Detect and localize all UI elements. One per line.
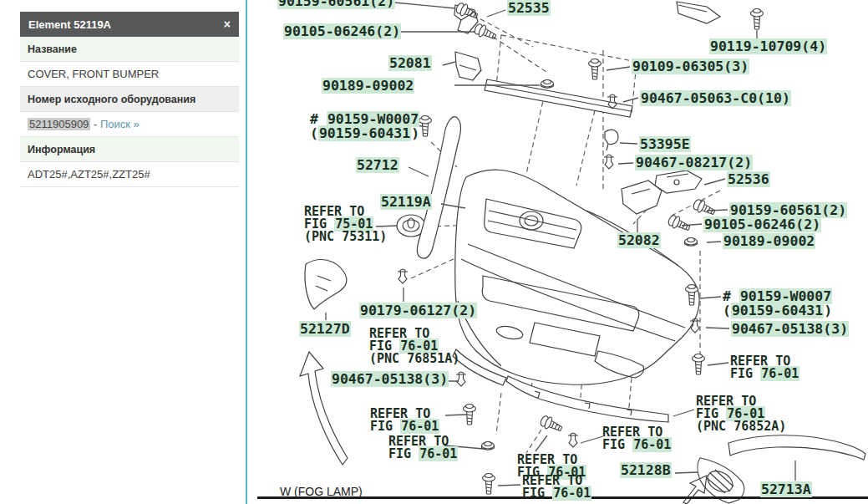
part-90159-60561-top[interactable]: 90159-60561(2) bbox=[277, 0, 395, 8]
part-90105-06246-right[interactable]: 90105-06246(2) bbox=[703, 217, 821, 232]
part-90159-W0007-left[interactable]: # 90159-W0007(90159-60431) bbox=[310, 112, 419, 140]
part-90467-05063-C0[interactable]: 90467-05063-C0(10) bbox=[640, 91, 791, 105]
section-oem-label: Номер исходного оборудования bbox=[20, 87, 239, 112]
part-90467-08217[interactable]: 90467-08217(2) bbox=[635, 155, 753, 170]
part-52119A[interactable]: 52119A bbox=[380, 195, 432, 209]
nut-icon bbox=[541, 80, 554, 89]
bracket-52536-drawing bbox=[655, 171, 702, 193]
oem-number: 5211905909 bbox=[28, 118, 90, 130]
info-value: ADT25#,AZT25#,ZZT25# bbox=[20, 162, 239, 187]
bracket-52082-drawing bbox=[622, 181, 662, 214]
part-90119-10709[interactable]: 90119-10709(4) bbox=[709, 39, 827, 53]
part-90189-09002-right[interactable]: 90189-09002 bbox=[723, 234, 815, 248]
refer-fig-76-01-c[interactable]: REFER TOFIG 76-01 bbox=[602, 426, 672, 451]
part-52127D[interactable]: 52127D bbox=[299, 322, 351, 336]
section-name-label: Название bbox=[20, 37, 239, 62]
bolt-icon bbox=[589, 59, 602, 80]
oem-row: 5211905909 - Поиск » bbox=[20, 112, 239, 137]
bolt-icon bbox=[483, 474, 495, 495]
part-52128B[interactable]: 52128B bbox=[620, 463, 672, 477]
nut-icon bbox=[482, 442, 495, 451]
bolt-icon bbox=[751, 9, 764, 30]
part-90159-W0007-right[interactable]: # 90159-W0007(90159-60431) bbox=[723, 289, 832, 318]
note-fog-lamp: W (FOG LAMP) bbox=[280, 485, 363, 498]
refer-fig-76-01-pnc-76851A[interactable]: REFER TOFIG 76-01(PNC 76851A) bbox=[369, 328, 459, 365]
part-52712[interactable]: 52712 bbox=[356, 158, 399, 172]
bumper-cover-drawing bbox=[455, 170, 699, 384]
panel-title: Element 52119A bbox=[28, 18, 111, 31]
clip-icon bbox=[456, 372, 466, 386]
bolt-icon bbox=[693, 354, 705, 375]
part-90467-05138-right[interactable]: 90467-05138(3) bbox=[731, 322, 849, 336]
piece-52127D-drawing bbox=[305, 260, 347, 309]
search-link[interactable]: Поиск » bbox=[100, 118, 140, 130]
section-info-label: Информация bbox=[20, 137, 239, 162]
close-icon[interactable]: × bbox=[224, 18, 231, 31]
part-90159-60561-right[interactable]: 90159-60561(2) bbox=[729, 203, 847, 217]
part-90189-09002-top[interactable]: 90189-09002 bbox=[322, 79, 414, 93]
oem-separator: - bbox=[90, 118, 100, 130]
fog-bezel-52128B-drawing bbox=[698, 458, 744, 503]
molding-52713A-drawing bbox=[728, 435, 865, 460]
clip-icon bbox=[568, 433, 578, 447]
part-52713A[interactable]: 52713A bbox=[760, 482, 812, 496]
nut-icon bbox=[685, 238, 698, 247]
part-90467-05138-left[interactable]: 90467-05138(3) bbox=[331, 372, 449, 386]
part-52082[interactable]: 52082 bbox=[617, 233, 661, 247]
hook-53395E-drawing bbox=[605, 130, 618, 150]
retainer-52712-drawing bbox=[417, 117, 460, 258]
bolt-icon bbox=[539, 414, 564, 435]
part-52535[interactable]: 52535 bbox=[507, 1, 551, 15]
bolt-icon bbox=[473, 22, 498, 43]
bracket-top-right bbox=[677, 2, 720, 23]
clip-icon bbox=[604, 155, 614, 169]
bolt-icon bbox=[667, 213, 692, 234]
part-52536[interactable]: 52536 bbox=[727, 172, 770, 186]
bolt-icon bbox=[692, 197, 717, 218]
refer-fig-75-01[interactable]: REFER TOFIG 75-01(PNC 75311) bbox=[304, 206, 387, 243]
panel-header: Element 52119A × bbox=[20, 12, 239, 37]
refer-fig-76-01-b[interactable]: REFER TOFIG 76-01 bbox=[388, 435, 458, 461]
bracket-52081-drawing bbox=[455, 52, 481, 80]
part-name-value: COVER, FRONT BUMPER bbox=[20, 62, 239, 87]
refer-fig-76-01-right[interactable]: REFER TOFIG 76-01 bbox=[730, 355, 799, 380]
part-90105-06246-top[interactable]: 90105-06246(2) bbox=[283, 24, 401, 38]
refer-fig-76-01-pnc-76852A[interactable]: REFER TOFIG 76-01(PNC 76852A) bbox=[696, 395, 786, 433]
clip-icon bbox=[398, 269, 408, 283]
diagram-left-border bbox=[246, 0, 247, 504]
direction-arrow-large bbox=[300, 352, 348, 465]
element-info-panel: Element 52119A × Название COVER, FRONT B… bbox=[20, 12, 239, 187]
part-90109-06305[interactable]: 90109-06305(3) bbox=[632, 59, 749, 74]
part-53395E[interactable]: 53395E bbox=[639, 137, 691, 151]
part-52081[interactable]: 52081 bbox=[388, 56, 432, 70]
refer-fig-76-01-e[interactable]: REFER TOFIG 76-01 bbox=[522, 475, 591, 500]
part-90179-06127[interactable]: 90179-06127(2) bbox=[359, 303, 477, 318]
refer-fig-76-01-a[interactable]: REFER TOFIG 76-01 bbox=[370, 408, 439, 433]
